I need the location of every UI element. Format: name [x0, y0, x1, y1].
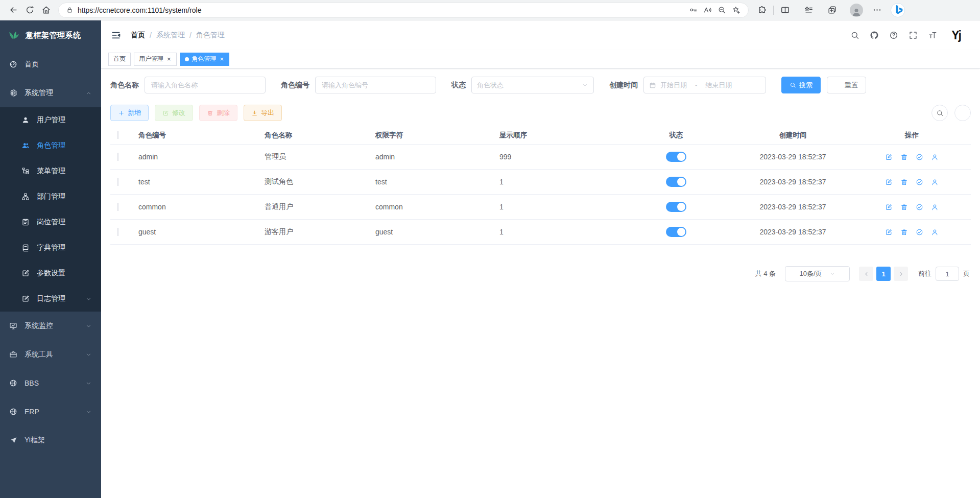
browser-refresh-button[interactable]: [21, 2, 38, 18]
row-delete-icon[interactable]: [900, 178, 908, 186]
bing-chat-icon[interactable]: [890, 3, 905, 18]
goto-page-input[interactable]: [936, 267, 959, 281]
reset-button[interactable]: 重置: [827, 77, 866, 93]
font-size-icon[interactable]: [925, 28, 940, 43]
add-favorite-icon[interactable]: [729, 3, 743, 17]
row-delete-icon[interactable]: [900, 203, 908, 211]
row-assign-user-icon[interactable]: [931, 153, 939, 161]
password-icon[interactable]: [686, 3, 700, 17]
close-icon[interactable]: ×: [220, 56, 225, 62]
row-assign-user-icon[interactable]: [931, 178, 939, 186]
browser-home-button[interactable]: [38, 2, 54, 18]
refresh-icon: [959, 109, 967, 117]
col-actions: 操作: [853, 131, 971, 140]
row-permission-icon[interactable]: [916, 153, 923, 161]
select-all-checkbox[interactable]: [117, 131, 118, 139]
sidebar-item-system[interactable]: 系统管理: [0, 79, 101, 107]
refresh-table-button[interactable]: [954, 105, 971, 121]
add-button[interactable]: 新增: [110, 105, 149, 121]
page-number-button[interactable]: 1: [876, 267, 891, 281]
breadcrumb-item[interactable]: 系统管理: [156, 31, 185, 40]
row-permission-icon[interactable]: [916, 228, 923, 236]
zoom-out-icon[interactable]: [714, 3, 729, 17]
fullscreen-icon[interactable]: [905, 28, 921, 43]
sidebar-item-menu[interactable]: 菜单管理: [0, 158, 101, 184]
app-logo[interactable]: 意框架管理系统: [0, 20, 101, 50]
page-size-select[interactable]: 10条/页: [785, 266, 850, 281]
edit-icon: [162, 110, 169, 116]
sidebar-item-tools[interactable]: 系统工具: [0, 340, 101, 369]
row-assign-user-icon[interactable]: [931, 203, 939, 211]
header-search-icon[interactable]: [847, 28, 863, 43]
browser-back-button[interactable]: [5, 2, 21, 18]
sidebar-item-erp[interactable]: ERP: [0, 397, 101, 426]
role-code-input[interactable]: [315, 77, 436, 93]
sidebar-item-bbs[interactable]: BBS: [0, 369, 101, 397]
row-permission-icon[interactable]: [916, 178, 923, 186]
close-icon[interactable]: ×: [166, 56, 172, 62]
table-row: guest 游客用户 guest 1 2023-03-29 18:52:37: [110, 220, 971, 245]
cell-perm-string: guest: [369, 228, 493, 236]
collections-icon[interactable]: [824, 2, 840, 18]
profile-avatar[interactable]: [848, 2, 865, 18]
date-range-picker[interactable]: 开始日期 - 结束日期: [643, 77, 766, 93]
view-tab[interactable]: 用户管理 ×: [134, 53, 177, 66]
cell-display-order: 999: [493, 153, 619, 161]
extensions-icon[interactable]: [754, 2, 770, 18]
next-page-button[interactable]: [894, 267, 908, 281]
split-screen-icon[interactable]: [777, 2, 793, 18]
sidebar-item-user[interactable]: 用户管理: [0, 107, 101, 133]
sidebar-item-log[interactable]: 日志管理: [0, 286, 101, 312]
sidebar-item-dict[interactable]: 字典管理: [0, 235, 101, 260]
row-checkbox[interactable]: [117, 178, 118, 186]
url-text[interactable]: https://ccnetcore.com:1101/system/role: [78, 6, 686, 14]
row-checkbox[interactable]: [117, 228, 118, 236]
row-edit-icon[interactable]: [885, 203, 893, 211]
read-aloud-icon[interactable]: [700, 3, 714, 17]
search-button[interactable]: 搜索: [781, 77, 821, 93]
favorites-icon[interactable]: [800, 2, 817, 18]
prev-page-button[interactable]: [859, 267, 873, 281]
row-checkbox[interactable]: [117, 203, 118, 211]
status-label: 状态: [451, 81, 466, 90]
row-delete-icon[interactable]: [900, 153, 908, 161]
row-checkbox[interactable]: [117, 153, 118, 161]
status-toggle[interactable]: [666, 152, 686, 162]
view-tab[interactable]: 首页: [108, 53, 131, 66]
sidebar-item-param[interactable]: 参数设置: [0, 260, 101, 286]
github-icon[interactable]: [867, 28, 882, 43]
sidebar-collapse-icon[interactable]: [109, 29, 123, 42]
row-edit-icon[interactable]: [885, 153, 893, 161]
cell-role-name: 游客用户: [258, 227, 369, 236]
edit-button[interactable]: 修改: [155, 105, 193, 121]
row-edit-icon[interactable]: [885, 228, 893, 236]
status-toggle[interactable]: [666, 202, 686, 212]
user-dropdown-caret-icon[interactable]: [965, 34, 972, 41]
show-search-button[interactable]: [931, 105, 948, 121]
sidebar-item-yi[interactable]: Yi框架: [0, 426, 101, 455]
sidebar-item-monitor[interactable]: 系统监控: [0, 312, 101, 340]
trash-icon: [207, 110, 213, 116]
row-delete-icon[interactable]: [900, 228, 908, 236]
sidebar-item-role[interactable]: 角色管理: [0, 133, 101, 158]
filter-form: 角色名称 角色编号 状态 角色状态 创建时间: [110, 77, 971, 93]
breadcrumb-item[interactable]: 首页: [131, 31, 145, 40]
cell-perm-string: test: [369, 178, 493, 186]
row-edit-icon[interactable]: [885, 178, 893, 186]
row-permission-icon[interactable]: [916, 203, 923, 211]
address-bar[interactable]: https://ccnetcore.com:1101/system/role: [58, 3, 749, 18]
sidebar-item-home[interactable]: 首页: [0, 50, 101, 79]
sidebar-item-post[interactable]: 岗位管理: [0, 209, 101, 235]
status-select[interactable]: 角色状态: [471, 77, 594, 93]
role-name-input[interactable]: [145, 77, 266, 93]
help-icon[interactable]: [886, 28, 901, 43]
export-button[interactable]: 导出: [244, 105, 282, 121]
status-toggle[interactable]: [666, 177, 686, 187]
browser-settings-icon[interactable]: [869, 2, 885, 18]
delete-button[interactable]: 删除: [199, 105, 237, 121]
status-toggle[interactable]: [666, 227, 686, 237]
view-tab[interactable]: 角色管理 ×: [180, 53, 230, 66]
user-logo[interactable]: Yj: [951, 30, 961, 41]
sidebar-item-dept[interactable]: 部门管理: [0, 184, 101, 209]
row-assign-user-icon[interactable]: [931, 228, 939, 236]
